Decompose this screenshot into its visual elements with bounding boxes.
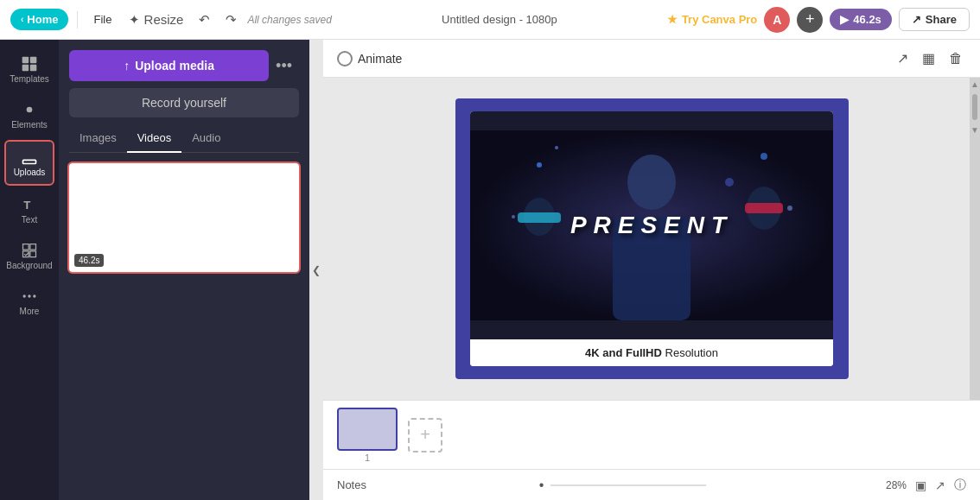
collapse-icon: ❮ <box>312 264 321 276</box>
tab-audio[interactable]: Audio <box>181 124 231 153</box>
sidebar-item-templates[interactable]: Templates <box>4 48 54 91</box>
timer-button[interactable]: ▶ 46.2s <box>830 9 892 30</box>
media-grid: 46.2s <box>59 153 309 282</box>
main-layout: Templates Elements Uploads T Text Backgr… <box>0 40 980 500</box>
more-label: More <box>20 307 40 316</box>
slide-present-text: PRESENT <box>570 212 733 239</box>
add-account-button[interactable]: + <box>797 7 823 33</box>
slide-thumb-wrapper: 1 <box>337 408 398 463</box>
svg-rect-20 <box>518 212 561 223</box>
share-button[interactable]: ↗ Share <box>899 8 970 31</box>
tab-images[interactable]: Images <box>69 124 127 153</box>
media-item[interactable]: 46.2s <box>67 161 301 274</box>
uploads-label: Uploads <box>14 168 46 177</box>
upload-more-button[interactable]: ••• <box>269 57 299 75</box>
notes-bar: Notes • 28% ▣ ↗ ⓘ <box>323 469 980 500</box>
home-button[interactable]: ‹ Home <box>10 9 68 30</box>
canvas-toolbar-right: ↗ ▦ 🗑 <box>894 47 966 70</box>
background-label: Background <box>6 261 52 270</box>
undo-button[interactable]: ↶ <box>194 9 215 31</box>
upload-icon: ↑ <box>124 59 130 73</box>
background-icon <box>21 242 38 259</box>
more-icon <box>21 288 38 305</box>
nav-right: ★ Try Canva Pro A + ▶ 46.2s ↗ Share <box>667 7 970 33</box>
try-pro-button[interactable]: ★ Try Canva Pro <box>667 13 757 26</box>
notes-label: Notes <box>337 478 366 491</box>
design-title: Untitled design - 1080p <box>442 13 557 26</box>
templates-label: Templates <box>10 74 49 84</box>
avatar-button[interactable]: A <box>764 7 790 33</box>
page-number-button[interactable]: ▣ <box>915 478 926 492</box>
animate-icon <box>337 51 353 66</box>
svg-rect-1 <box>30 57 37 64</box>
svg-rect-2 <box>22 65 29 72</box>
scroll-down-arrow[interactable]: ▼ <box>969 123 980 136</box>
nav-divider <box>77 11 78 28</box>
new-tab-icon-button[interactable]: ↗ <box>894 47 912 70</box>
svg-point-14 <box>787 206 792 211</box>
text-label: Text <box>22 215 37 225</box>
svg-text:T: T <box>23 199 30 212</box>
notes-right: 28% ▣ ↗ ⓘ <box>886 478 966 493</box>
svg-rect-5 <box>23 160 36 163</box>
svg-point-4 <box>27 107 33 113</box>
svg-point-17 <box>627 155 676 210</box>
sidebar-item-background[interactable]: Background <box>4 235 54 277</box>
nav-center: Untitled design - 1080p <box>337 13 662 26</box>
zoom-label: 28% <box>886 479 907 491</box>
elements-icon <box>21 101 38 118</box>
chevron-left-icon: ‹ <box>21 15 23 24</box>
star-icon: ★ <box>667 13 678 26</box>
scroll-up-arrow[interactable]: ▲ <box>969 78 980 91</box>
templates-icon <box>21 55 38 73</box>
home-label: Home <box>27 13 58 26</box>
record-yourself-button[interactable]: Record yourself <box>69 88 299 117</box>
delete-icon-button[interactable]: 🗑 <box>945 47 966 70</box>
timeline-bar: 1 + <box>323 400 980 469</box>
uploads-icon <box>21 149 38 166</box>
panel-tabs: Images Videos Audio <box>69 124 299 153</box>
elements-label: Elements <box>11 120 48 130</box>
canvas-toolbar: Animate ↗ ▦ 🗑 <box>323 40 980 78</box>
svg-point-11 <box>537 162 542 168</box>
text-icon: T <box>21 196 38 213</box>
upload-top: ↑ Upload media ••• <box>69 50 299 81</box>
design-slide[interactable]: PRESENT 4K and FullHD 4K and FullHD Reso… <box>455 98 849 379</box>
notes-dot-indicator: • <box>377 478 875 493</box>
duplicate-icon-button[interactable]: ▦ <box>919 47 939 70</box>
scrollbar-right[interactable]: ▲ ▼ <box>970 78 980 400</box>
slide-video-area: PRESENT <box>470 111 833 339</box>
saved-status: All changes saved <box>247 14 331 26</box>
upload-media-button[interactable]: ↑ Upload media <box>69 50 269 81</box>
resize-icon: ✦ <box>129 12 140 27</box>
svg-rect-22 <box>745 203 783 213</box>
sidebar-item-text[interactable]: T Text <box>4 189 54 231</box>
slide-inner: PRESENT 4K and FullHD 4K and FullHD Reso… <box>470 111 833 366</box>
svg-rect-0 <box>22 57 29 64</box>
svg-rect-3 <box>30 65 37 72</box>
help-button[interactable]: ⓘ <box>954 478 966 493</box>
redo-button[interactable]: ↷ <box>220 9 242 31</box>
scroll-thumb[interactable] <box>972 94 977 120</box>
media-duration: 46.2s <box>74 254 104 267</box>
page-icon: ▣ <box>915 478 926 492</box>
file-button[interactable]: File <box>86 9 118 29</box>
tab-videos[interactable]: Videos <box>127 124 182 153</box>
sidebar-item-elements[interactable]: Elements <box>4 94 54 136</box>
svg-point-15 <box>555 146 558 149</box>
add-slide-button[interactable]: + <box>408 418 442 453</box>
animate-button[interactable]: Animate <box>337 51 402 66</box>
fullscreen-button[interactable]: ↗ <box>935 478 945 492</box>
collapse-handle[interactable]: ❮ <box>309 40 323 500</box>
svg-point-16 <box>725 178 734 187</box>
resize-button[interactable]: ✦ Resize <box>124 9 188 31</box>
canvas-area: Animate ↗ ▦ 🗑 ▲ ▼ <box>323 40 980 500</box>
sidebar-icons: Templates Elements Uploads T Text Backgr… <box>0 40 59 500</box>
svg-point-13 <box>512 215 515 218</box>
slide-thumbnail-1[interactable] <box>337 408 398 451</box>
svg-point-8 <box>28 294 30 297</box>
svg-point-9 <box>33 294 35 297</box>
slide-caption: 4K and FullHD 4K and FullHD Resolution R… <box>470 339 833 366</box>
sidebar-item-uploads[interactable]: Uploads <box>4 140 54 186</box>
sidebar-item-more[interactable]: More <box>4 281 54 323</box>
